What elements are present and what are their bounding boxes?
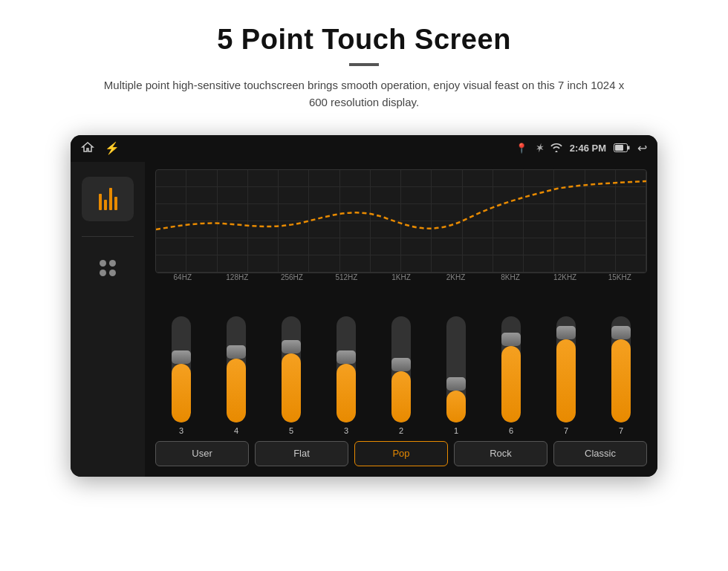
title-divider: [349, 63, 379, 66]
preset-btn-rock[interactable]: Rock: [454, 441, 547, 466]
slider-col-1[interactable]: 4: [210, 316, 262, 435]
svg-rect-2: [628, 146, 630, 149]
slider-value-3: 3: [344, 426, 348, 435]
device-frame: ⚡ 📍 ✶ 2:46 PM ↩: [71, 135, 657, 477]
home-icon: [81, 141, 94, 155]
slider-value-8: 7: [619, 426, 623, 435]
slider-col-4[interactable]: 2: [375, 316, 427, 435]
slider-handle-4[interactable]: [391, 358, 411, 371]
slider-handle-5[interactable]: [446, 377, 466, 391]
freq-label-2: 256HZ: [264, 273, 319, 281]
bluetooth-icon: ✶: [535, 143, 543, 154]
slider-value-1: 4: [234, 426, 238, 435]
freq-label-6: 8KHZ: [483, 273, 538, 281]
freq-label-7: 12KHZ: [538, 273, 593, 281]
slider-handle-8[interactable]: [611, 326, 631, 339]
wifi-icon: [550, 143, 562, 154]
slider-col-6[interactable]: 6: [485, 316, 537, 435]
presets-row[interactable]: UserFlatPopRockClassic: [155, 441, 647, 469]
slider-col-0[interactable]: 3: [155, 316, 207, 435]
freq-label-5: 2KHZ: [429, 273, 484, 281]
slider-handle-3[interactable]: [337, 350, 356, 364]
slider-value-6: 6: [509, 426, 513, 435]
eq-content: 64HZ128HZ256HZ512HZ1KHZ2KHZ8KHZ12KHZ15KH…: [145, 162, 657, 477]
page-header: 5 Point Touch Screen Multiple point high…: [0, 0, 728, 119]
usb-icon: ⚡: [105, 141, 120, 155]
freq-label-4: 1KHZ: [374, 273, 429, 281]
svg-rect-1: [615, 145, 623, 151]
eq-button[interactable]: [82, 177, 134, 221]
page-subtitle: Multiple point high-sensitive touchscree…: [97, 76, 631, 111]
preset-btn-flat[interactable]: Flat: [255, 441, 348, 466]
main-area: 64HZ128HZ256HZ512HZ1KHZ2KHZ8KHZ12KHZ15KH…: [71, 162, 657, 477]
slider-value-0: 3: [179, 426, 183, 435]
freq-label-3: 512HZ: [319, 273, 374, 281]
freq-label-1: 128HZ: [210, 273, 265, 281]
slider-value-7: 7: [564, 426, 568, 435]
slider-col-8[interactable]: 7: [595, 316, 647, 435]
freq-label-0: 64HZ: [155, 273, 210, 281]
slider-col-7[interactable]: 7: [540, 316, 592, 435]
dots-icon: [100, 260, 116, 276]
slider-handle-0[interactable]: [172, 350, 191, 364]
sidebar: [71, 162, 145, 477]
battery-icon: [614, 143, 630, 154]
sidebar-divider: [82, 236, 134, 237]
slider-value-2: 5: [289, 426, 293, 435]
slider-handle-6[interactable]: [501, 333, 521, 346]
slider-handle-7[interactable]: [556, 326, 576, 339]
frequency-labels: 64HZ128HZ256HZ512HZ1KHZ2KHZ8KHZ12KHZ15KH…: [155, 273, 647, 281]
location-icon: 📍: [516, 143, 527, 154]
slider-value-5: 1: [454, 426, 458, 435]
dots-button[interactable]: [82, 246, 134, 290]
slider-handle-1[interactable]: [227, 345, 246, 359]
slider-value-4: 2: [399, 426, 403, 435]
slider-col-2[interactable]: 5: [265, 316, 317, 435]
slider-col-5[interactable]: 1: [430, 316, 482, 435]
preset-btn-user[interactable]: User: [155, 441, 249, 466]
preset-btn-classic[interactable]: Classic: [553, 441, 647, 466]
slider-col-3[interactable]: 3: [320, 316, 372, 435]
page-title: 5 Point Touch Screen: [0, 24, 728, 56]
status-right-icons: 📍 ✶ 2:46 PM ↩: [516, 141, 647, 155]
eq-graph: [155, 169, 647, 273]
back-icon[interactable]: ↩: [637, 141, 647, 155]
status-time: 2:46 PM: [570, 143, 606, 154]
preset-btn-pop[interactable]: Pop: [354, 441, 448, 466]
sliders-row: 345321677: [155, 286, 647, 435]
slider-handle-2[interactable]: [282, 340, 301, 353]
equalizer-icon: [99, 188, 117, 210]
freq-label-8: 15KHZ: [592, 273, 647, 281]
eq-curve-svg: [156, 170, 646, 273]
status-bar: ⚡ 📍 ✶ 2:46 PM ↩: [71, 135, 657, 162]
status-left-icons: ⚡: [81, 141, 120, 155]
